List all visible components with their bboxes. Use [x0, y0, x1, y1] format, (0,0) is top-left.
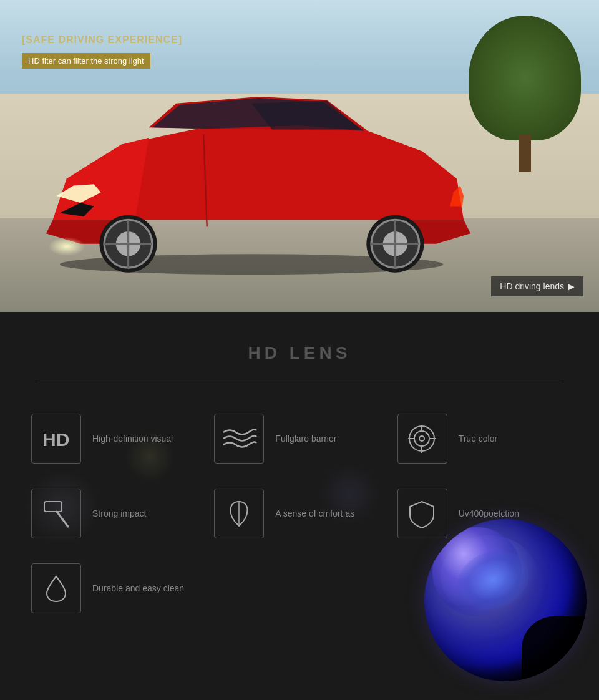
section-divider — [37, 382, 562, 382]
svg-point-15 — [419, 436, 424, 441]
feature-hammer: Strong impact — [31, 489, 202, 538]
feature-label-drop: Durable and easy clean — [92, 583, 184, 593]
headlight-glow — [48, 237, 85, 256]
hero-cta-button[interactable]: HD driving lends ▶ — [491, 276, 583, 296]
feature-icon-target — [397, 414, 447, 464]
cta-label: HD driving lends — [500, 281, 564, 291]
cta-arrow: ▶ — [568, 281, 575, 291]
feature-leaf: A sense of cmfort,as — [214, 489, 384, 538]
lens-title: HD LENS — [25, 343, 574, 363]
svg-text:HD: HD — [42, 429, 69, 450]
feature-icon-hd: HD — [31, 414, 81, 464]
feature-icon-drop — [31, 563, 81, 613]
hero-section: [SAFE DRIVING EXPERIENCE] HD fiter can f… — [0, 0, 599, 312]
feature-target: True color — [397, 414, 568, 464]
svg-point-14 — [414, 431, 429, 446]
feature-icon-leaf — [214, 489, 264, 538]
tree-trunk — [519, 134, 531, 172]
feature-icon-waves — [214, 414, 264, 464]
feature-label-shield: Uv400poetction — [459, 508, 519, 518]
lens-section: HD LENS HD High-definition visual Fullgl… — [0, 312, 599, 700]
feature-drop: Durable and easy clean — [31, 563, 184, 613]
svg-rect-20 — [44, 502, 62, 512]
feature-label-hammer: Strong impact — [92, 508, 146, 518]
feature-waves: Fullglare barrier — [214, 414, 384, 464]
lens-orb — [424, 519, 587, 681]
feature-icon-hammer — [31, 489, 81, 538]
feature-label-leaf: A sense of cmfort,as — [275, 508, 354, 518]
feature-label-waves: Fullglare barrier — [275, 434, 336, 444]
feature-label-target: True color — [459, 434, 498, 444]
hero-tag-safe: [SAFE DRIVING EXPERIENCE] — [22, 34, 182, 46]
feature-label-hd: High-definition visual — [92, 434, 173, 444]
svg-line-21 — [57, 512, 68, 527]
feature-hd: HD High-definition visual — [31, 414, 202, 464]
hero-tag-hd: HD fiter can filter the strong light — [22, 53, 150, 69]
feature-icon-shield — [397, 489, 447, 538]
